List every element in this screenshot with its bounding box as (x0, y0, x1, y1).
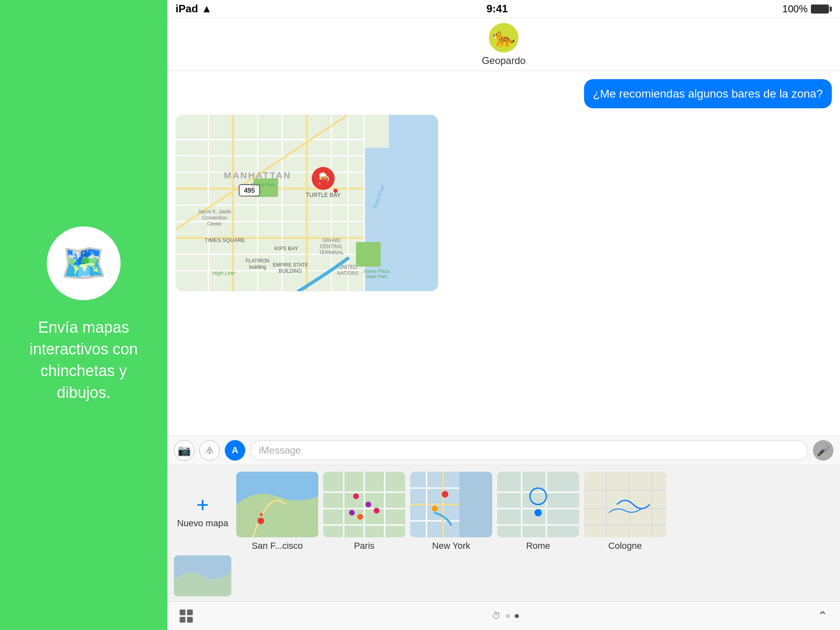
camera-button[interactable]: 📷 (174, 440, 194, 461)
pager-clock-icon: ⏱ (492, 611, 501, 621)
pager-dot-1[interactable] (506, 614, 510, 618)
svg-text:GRAND: GRAND (322, 237, 340, 243)
status-bar: iPad ▲ 9:41 100% (167, 0, 840, 18)
right-panel: iPad ▲ 9:41 100% 🐆 Geopardo ¿Me recomien… (167, 0, 840, 630)
grid-cell-3 (180, 617, 185, 623)
svg-text:TERMINAL: TERMINAL (319, 250, 344, 256)
map-label-newyork: New York (432, 541, 470, 551)
map-thumb-extra[interactable] (174, 555, 231, 596)
svg-text:MANHATTAN: MANHATTAN (224, 170, 291, 180)
contact-name: Geopardo (482, 55, 526, 66)
svg-text:BUILDING: BUILDING (279, 268, 302, 274)
map-icon: 🗺️ (61, 242, 107, 285)
svg-point-44 (333, 189, 338, 193)
battery-label: 100% (783, 3, 808, 15)
svg-point-65 (374, 508, 379, 514)
grid-cell-4 (187, 617, 193, 623)
map-preview-newyork (410, 472, 492, 537)
svg-text:📍: 📍 (258, 513, 265, 520)
svg-point-64 (357, 514, 363, 520)
svg-text:495: 495 (244, 187, 255, 194)
svg-rect-22 (356, 242, 381, 267)
feature-icon-circle: 🗺️ (47, 226, 121, 300)
map-thumb-newyork[interactable]: New York (410, 472, 492, 551)
svg-text:KIPS BAY: KIPS BAY (274, 245, 299, 251)
map-label-paris: Paris (354, 541, 374, 551)
message-bubble-outgoing: ¿Me recomiendas algunos bares de la zona… (584, 79, 832, 108)
svg-text:TIMES SQUARE: TIMES SQUARE (205, 237, 245, 243)
map-preview-cologne (584, 472, 666, 537)
map-thumb-rome[interactable]: Rome (497, 472, 579, 551)
pager: ⏱ (492, 611, 519, 621)
pager-dot-2[interactable] (515, 614, 519, 618)
battery-icon (811, 5, 832, 14)
input-bar: 📷 A iMessage 🎤 (167, 436, 840, 465)
wifi-icon: ▲ (201, 2, 212, 15)
grid-cell-1 (180, 609, 185, 615)
map-thumb-cologne[interactable]: Cologne (584, 472, 666, 551)
contact-header: 🐆 Geopardo (167, 18, 840, 71)
new-map-label: Nuevo mapa (177, 518, 228, 529)
svg-rect-68 (459, 472, 492, 537)
svg-text:A: A (232, 445, 238, 455)
svg-text:CENTRAL: CENTRAL (320, 244, 343, 249)
svg-text:Gantry Plaza: Gantry Plaza (363, 269, 390, 274)
map-label-sanfrancisco: San F...cisco (252, 541, 303, 551)
plus-icon: + (196, 494, 209, 516)
svg-text:EMPIRE STATE: EMPIRE STATE (273, 262, 308, 268)
status-right: 100% (783, 3, 832, 15)
svg-point-83 (534, 509, 542, 516)
svg-point-63 (365, 502, 371, 507)
svg-rect-84 (584, 472, 666, 537)
imessage-placeholder: iMessage (259, 445, 301, 456)
svg-text:High Line: High Line (212, 270, 235, 276)
svg-text:Bryant Park: Bryant Park (251, 182, 275, 187)
messages-area: ¿Me recomiendas algunos bares de la zona… (167, 71, 840, 436)
map-thumb-paris[interactable]: Paris (323, 472, 405, 551)
svg-point-50 (208, 452, 211, 454)
svg-point-75 (432, 506, 438, 511)
maps-gallery: + Nuevo mapa 📍 San F...cisco (167, 465, 840, 601)
svg-text:Jacob K. Javits: Jacob K. Javits (198, 209, 231, 215)
avatar-emoji: 🐆 (493, 27, 515, 48)
feature-description: Envía mapas interactivos con chinchetas … (0, 317, 167, 404)
gallery-row-2 (167, 551, 840, 596)
status-left: iPad ▲ (176, 2, 212, 15)
sketch-button[interactable] (199, 440, 220, 461)
new-map-button[interactable]: + Nuevo mapa (174, 494, 231, 529)
svg-point-74 (442, 491, 448, 498)
map-preview-rome (497, 472, 579, 537)
time-display: 9:41 (486, 2, 508, 15)
map-label-cologne: Cologne (608, 541, 642, 551)
bottom-bar: ⏱ ⌃ (167, 601, 840, 630)
apps-grid-icon[interactable] (180, 609, 193, 623)
svg-text:NATIONS: NATIONS (337, 270, 358, 276)
svg-point-66 (349, 510, 355, 516)
map-preview-sanfrancisco: 📍 (236, 472, 318, 537)
gallery-row: + Nuevo mapa 📍 San F...cisco (167, 472, 840, 551)
message-input[interactable]: iMessage (250, 441, 808, 460)
svg-text:FLATIRON: FLATIRON (246, 258, 269, 264)
map-preview-paris (323, 472, 405, 537)
map-thumb-sanfrancisco[interactable]: 📍 San F...cisco (236, 472, 318, 551)
map-label-rome: Rome (526, 541, 550, 551)
svg-text:building: building (249, 264, 266, 270)
map-bubble[interactable]: 495 MANHATTAN TURTLE BAY KIPS BAY TIMES … (176, 115, 438, 291)
left-panel: 🗺️ Envía mapas interactivos con chinchet… (0, 0, 167, 630)
chevron-up-button[interactable]: ⌃ (817, 609, 828, 623)
ipad-label: iPad (176, 2, 198, 15)
svg-point-62 (353, 493, 359, 499)
svg-text:State Park: State Park (366, 274, 387, 279)
mic-button[interactable]: 🎤 (813, 440, 833, 461)
appstore-button[interactable]: A (225, 440, 245, 461)
avatar: 🐆 (489, 23, 518, 52)
grid-cell-2 (187, 609, 193, 615)
svg-text:Center: Center (207, 221, 222, 227)
svg-text:Convention: Convention (202, 215, 227, 221)
